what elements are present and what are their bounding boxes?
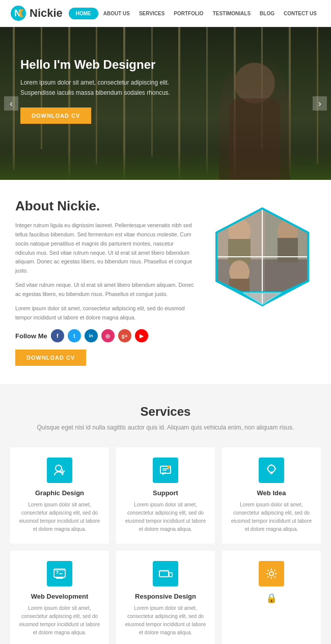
about-para3: Lorem ipsum dolor sit amet, consectetur …: [15, 304, 195, 323]
about-title: About Nickie.: [15, 198, 195, 214]
service-graphic-design: Graphic Design Lorem ipsum dolor sit ame…: [10, 447, 109, 544]
nav-services[interactable]: SERVICES: [135, 8, 169, 19]
svg-marker-22: [242, 292, 283, 305]
social-googleplus[interactable]: g+: [118, 329, 131, 342]
nav-contact[interactable]: CONTECT US: [280, 8, 321, 19]
service-graphic-design-name: Graphic Design: [18, 489, 101, 497]
service-web-dev: Web Development Lorem ipsum dolor sit am…: [10, 551, 109, 644]
service-web-dev-name: Web Development: [18, 593, 101, 600]
hero-section: ‹ Hello I'm Web Designer Lorem ipsum dol…: [0, 27, 331, 180]
hero-text: Lorem ipsum dolor sit amet, consectetur …: [20, 78, 172, 98]
hero-next-arrow[interactable]: ›: [313, 96, 327, 111]
social-youtube[interactable]: ▶: [135, 329, 148, 342]
web-idea-icon: [259, 458, 284, 483]
logo[interactable]: N Nickie: [10, 5, 63, 21]
about-para2: Sed vitae rutrum neque. Ut id erat sit a…: [15, 281, 195, 299]
hero-prev-arrow[interactable]: ‹: [4, 96, 18, 111]
service-support-name: Support: [124, 489, 207, 497]
svg-rect-31: [54, 569, 65, 571]
svg-rect-33: [169, 573, 172, 577]
social-linkedin[interactable]: in: [85, 329, 98, 342]
hex-cube-graphic: [209, 203, 316, 320]
services-grid-top: Graphic Design Lorem ipsum dolor sit ame…: [10, 447, 321, 544]
hero-content: Hello I'm Web Designer Lorem ipsum dolor…: [0, 27, 192, 154]
social-instagram[interactable]: ◎: [101, 329, 115, 342]
nav-portfolio[interactable]: PORTFOLIO: [170, 8, 207, 19]
services-subtitle: Quisque eget nisl id nulla sagittis auct…: [10, 423, 321, 433]
service-support-desc: Lorem ipsum dolor sit amet, consectetur …: [124, 501, 207, 533]
service-responsive-name: Responsive Design: [124, 593, 207, 600]
about-text-block: About Nickie. Integer rutrum ligula eu d…: [15, 198, 195, 366]
about-section: About Nickie. Integer rutrum ligula eu d…: [0, 180, 331, 384]
services-section: Services Quisque eget nisl id nulla sagi…: [0, 384, 331, 644]
service-web-idea-name: Web Idea: [230, 489, 313, 497]
navbar: N Nickie HOME ABOUT US SERVICES PORTFOLI…: [0, 0, 331, 27]
svg-rect-11: [278, 238, 298, 262]
nav-links: HOME ABOUT US SERVICES PORTFOLIO TESTIMO…: [69, 8, 321, 19]
svg-point-35: [269, 572, 273, 576]
service-extra: 🔒: [222, 551, 321, 644]
service-graphic-design-desc: Lorem ipsum dolor sit amet, consectetur …: [18, 501, 101, 533]
web-dev-icon: [47, 561, 72, 586]
nav-testimonials[interactable]: TESTIMONIALS: [209, 8, 255, 19]
services-title: Services: [10, 405, 321, 419]
service-support: Support Lorem ipsum dolor sit amet, cons…: [116, 447, 215, 544]
responsive-icon: [153, 561, 178, 586]
extra-icon: [259, 561, 284, 586]
nav-home[interactable]: HOME: [69, 8, 98, 19]
about-para1: Integer rutrum ligula eu dignissim laore…: [15, 221, 195, 276]
services-grid-bottom: Web Development Lorem ipsum dolor sit am…: [10, 551, 321, 644]
brand-name: Nickie: [30, 7, 63, 20]
hero-title: Hello I'm Web Designer: [20, 58, 172, 72]
follow-label: Follow Me: [15, 332, 47, 340]
svg-point-26: [167, 466, 170, 469]
service-web-dev-desc: Lorem ipsum dolor sit amet, consectetur …: [18, 604, 101, 637]
about-download-btn[interactable]: DOWNLOAD CV: [15, 350, 86, 366]
hero-download-btn[interactable]: DOWNLOAD CV: [20, 108, 91, 124]
graphic-design-icon: [47, 458, 72, 483]
support-icon: [153, 458, 178, 483]
svg-rect-34: [159, 571, 169, 572]
service-web-idea: Web Idea Lorem ipsum dolor sit amet, con…: [222, 447, 321, 544]
logo-icon: N: [10, 5, 26, 21]
service-web-idea-desc: Lorem ipsum dolor sit amet, consectetur …: [230, 501, 313, 533]
social-facebook[interactable]: f: [51, 329, 64, 342]
nav-about[interactable]: ABOUT US: [99, 8, 134, 19]
about-image-cube: [209, 198, 316, 320]
nav-blog[interactable]: BLOG: [256, 8, 279, 19]
service-responsive-desc: Lorem ipsum dolor sit amet, consectetur …: [124, 604, 207, 637]
service-responsive: Responsive Design Lorem ipsum dolor sit …: [116, 551, 215, 644]
extra-sub-icon: 🔒: [230, 593, 313, 604]
social-twitter[interactable]: t: [68, 329, 81, 342]
follow-row: Follow Me f t in ◎ g+ ▶: [15, 329, 195, 342]
